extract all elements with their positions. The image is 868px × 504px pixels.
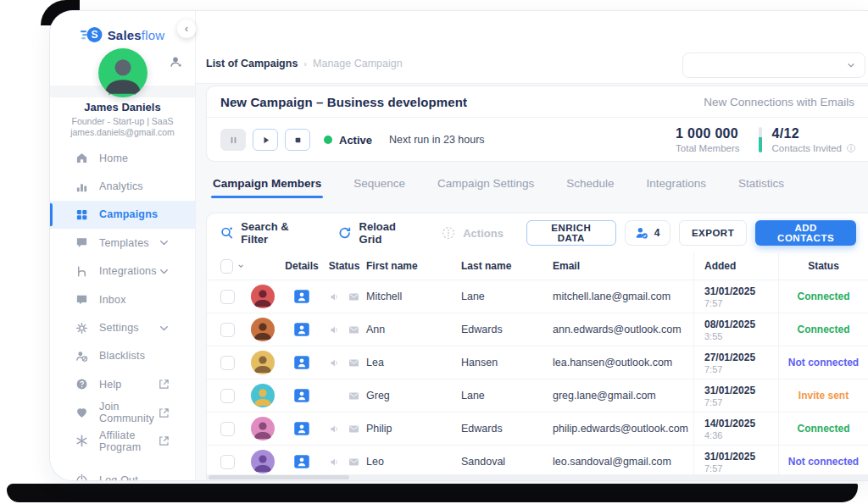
sidebar-item-label: Settings [99, 322, 158, 334]
sidebar-item-home[interactable]: Home [50, 144, 195, 172]
contact-avatar[interactable] [251, 450, 275, 474]
horizontal-scrollbar[interactable] [207, 474, 868, 480]
col-header-added[interactable]: Added [693, 252, 778, 280]
added-date: 31/01/2025 [704, 385, 778, 396]
added-time: 7:57 [704, 397, 778, 407]
inbox-icon [75, 293, 88, 306]
tab-statistics[interactable]: Statistics [738, 177, 784, 198]
sidebar-collapse-button[interactable]: ‹ [177, 19, 196, 38]
stop-button[interactable] [285, 129, 310, 151]
info-icon[interactable] [846, 143, 856, 153]
sidebar-item-join-community[interactable]: Join Community [50, 399, 195, 427]
tab-campaign-members[interactable]: Campaign Members [213, 177, 321, 198]
scrollbar-thumb[interactable] [209, 475, 349, 479]
reload-grid-button[interactable]: Reload Grid [338, 220, 419, 246]
cell-status: Connected [778, 313, 868, 346]
contacts-invited-label: Contacts Invited [772, 143, 842, 153]
row-checkbox[interactable] [220, 389, 235, 403]
sidebar-item-templates[interactable]: Templates [50, 229, 195, 257]
contact-details-icon[interactable] [293, 387, 310, 404]
voice-status-icon [330, 424, 341, 435]
col-header-last-name[interactable]: Last name [461, 260, 553, 272]
actions-button[interactable]: Actions [442, 226, 504, 240]
cell-status: Invite sent [778, 379, 868, 412]
sidebar-item-settings[interactable]: Settings [50, 313, 195, 341]
members-table-card: Search & Filter Reload Grid Actions ENRI… [206, 213, 868, 480]
contact-avatar[interactable] [251, 351, 275, 374]
home-icon [75, 152, 88, 164]
tab-schedule[interactable]: Schedule [566, 177, 614, 198]
cell-added: 08/01/20253:55 [693, 313, 778, 346]
table-header-row: Details Status First name Last name Emai… [207, 252, 868, 280]
row-checkbox[interactable] [220, 356, 235, 370]
sidebar-item-label: Home [99, 152, 181, 164]
sidebar-item-label: Analytics [99, 180, 181, 192]
contact-details-icon[interactable] [293, 420, 310, 437]
select-all-checkbox[interactable] [220, 259, 233, 274]
sidebar-item-affiliate-program[interactable]: Affiliate Program [50, 427, 195, 455]
chart-icon [75, 180, 88, 193]
sidebar-item-integrations[interactable]: Integrations [50, 258, 195, 285]
help-icon [75, 378, 88, 390]
search-filter-label: Search & Filter [241, 220, 315, 246]
sidebar-item-label: Join Community [99, 401, 158, 424]
cell-added: 31/01/20257:57 [693, 446, 778, 478]
email-status-icon [348, 291, 359, 302]
sidebar-item-label: Blacklists [99, 350, 181, 362]
sidebar-item-help[interactable]: Help [50, 370, 195, 398]
sidebar-item-blacklists[interactable]: Blacklists [50, 342, 195, 370]
external-link-icon [158, 407, 170, 419]
row-checkbox[interactable] [220, 290, 235, 304]
sidebar-item-log-out[interactable]: Log Out [50, 466, 195, 481]
content: New Campaign – Business development New … [196, 84, 868, 480]
tab-campaign-settings[interactable]: Campaign Settings [437, 177, 534, 198]
contact-avatar[interactable] [251, 285, 275, 308]
heart-icon [75, 407, 88, 419]
user-avatar[interactable] [98, 48, 147, 97]
campaign-mode-select[interactable] [682, 53, 865, 78]
col-header-email[interactable]: Email [553, 260, 693, 272]
voice-status-icon [330, 291, 341, 302]
table-row: MitchellLanemitchell.lane@gmail.com31/01… [207, 280, 868, 313]
play-button[interactable] [253, 129, 278, 151]
actions-label: Actions [463, 227, 504, 240]
add-contacts-button[interactable]: ADD CONTACTS [755, 220, 856, 246]
export-button[interactable]: EXPORT [679, 220, 747, 246]
voice-status-icon [330, 457, 341, 468]
sidebar-item-analytics[interactable]: Analytics [50, 172, 195, 200]
contact-avatar[interactable] [251, 318, 275, 341]
tab-sequence[interactable]: Sequence [353, 177, 405, 198]
tab-integrations[interactable]: Integrations [646, 177, 706, 198]
col-header-first-name[interactable]: First name [366, 260, 461, 272]
col-header-status-icons[interactable]: Status [322, 260, 366, 272]
contact-details-icon[interactable] [293, 288, 310, 305]
cell-email: lea.hansen@outlook.com [553, 357, 693, 368]
selected-contacts-button[interactable]: 4 [625, 220, 670, 246]
reload-grid-label: Reload Grid [359, 220, 420, 246]
sidebar-item-label: Inbox [99, 294, 181, 306]
user-email: james.daniels@gmail.com [50, 127, 195, 137]
added-date: 31/01/2025 [704, 285, 778, 297]
sidebar-item-campaigns[interactable]: Campaigns [50, 201, 195, 229]
cell-last-name: Lane [461, 291, 553, 302]
contact-details-icon[interactable] [293, 354, 310, 371]
col-header-status[interactable]: Status [778, 252, 868, 280]
cell-last-name: Edwards [461, 423, 553, 435]
chevron-down-icon[interactable] [237, 262, 244, 270]
contact-avatar[interactable] [251, 384, 275, 407]
contact-details-icon[interactable] [293, 321, 310, 338]
row-checkbox[interactable] [220, 422, 235, 436]
row-checkbox[interactable] [220, 323, 235, 337]
breadcrumb-current[interactable]: List of Campaigns [206, 58, 298, 69]
search-filter-button[interactable]: Search & Filter [220, 220, 315, 246]
sidebar-item-inbox[interactable]: Inbox [50, 285, 195, 313]
email-status-icon [348, 390, 359, 402]
pause-button[interactable] [220, 129, 246, 151]
contact-avatar[interactable] [251, 417, 275, 440]
col-header-details[interactable]: Details [281, 260, 322, 272]
switch-account-icon[interactable] [170, 55, 183, 69]
row-checkbox[interactable] [220, 455, 235, 469]
salesflow-logo-icon: S [81, 25, 103, 45]
contact-details-icon[interactable] [293, 453, 310, 470]
enrich-data-button[interactable]: ENRICH DATA [526, 220, 616, 246]
